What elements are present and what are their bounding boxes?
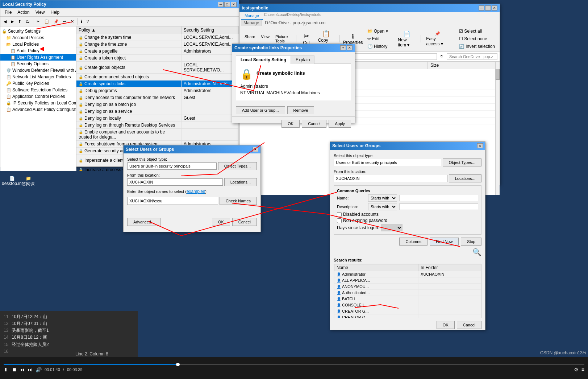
vc-settings-btn[interactable]: ⚙ [574, 367, 579, 372]
tb-back[interactable]: ◀ [2, 18, 8, 25]
sidebar-item-advanced-audit[interactable]: 📋 Advanced Audit Policy Configuration [0, 106, 76, 113]
sul-locations-btn[interactable]: Locations... [449, 174, 481, 182]
policy-row[interactable]: 🔒Debug programsAdministrators [76, 87, 239, 94]
symlink-close-btn[interactable]: ✕ [347, 45, 353, 50]
sidebar-item-network-list[interactable]: 📋 Network List Manager Policies [0, 74, 76, 80]
tb-show-hide[interactable]: 🗂 [24, 18, 32, 25]
menu-view[interactable]: View [33, 9, 48, 16]
edit-btn[interactable]: ✏ Edit [366, 35, 390, 42]
tb-up[interactable]: ⬆ [16, 18, 23, 25]
audio-btn[interactable]: 🔊 [36, 367, 42, 372]
menu-action[interactable]: Action [14, 9, 32, 16]
menu-file[interactable]: File [2, 9, 14, 16]
sul-col-name[interactable]: Name [334, 264, 418, 271]
sus-location-input[interactable] [127, 178, 223, 186]
select-none-btn[interactable]: ☐ Select none [457, 35, 497, 42]
policy-row[interactable]: 🔒Create a pagefileAdministrators [76, 48, 239, 55]
tb-props[interactable]: ℹ [79, 18, 84, 25]
tb-forward[interactable]: ▶ [9, 18, 16, 25]
sidebar-item-security[interactable]: 🔒 Security Settings [0, 28, 76, 34]
sul-object-type-input[interactable] [334, 159, 441, 166]
policy-row[interactable]: 🔒Create a token object [76, 55, 239, 62]
explorer-close-btn[interactable]: ✕ [492, 5, 497, 11]
sus-examples-link[interactable]: examples [187, 189, 205, 194]
tb-undo[interactable]: ↩ [61, 18, 68, 25]
sul-nonexpiring-check[interactable] [337, 218, 342, 223]
policy-row[interactable]: 🔒Deny log on as a service [76, 108, 239, 115]
policy-row[interactable]: 🔒Deny log on locallyGuest [76, 115, 239, 122]
sul-name-input[interactable] [399, 195, 478, 201]
tab-view[interactable]: View [259, 34, 272, 44]
sul-find-now-btn[interactable]: Find Now [430, 238, 459, 246]
file-col-size[interactable]: Size [427, 62, 495, 69]
ribbon-tab-manage[interactable]: Manage [241, 12, 263, 20]
result-row[interactable]: 👤Authenticated... [334, 290, 481, 296]
sidebar-item-ipsec[interactable]: 🔒 IP Security Policies on Local Compute.… [0, 100, 76, 106]
sidebar-item-local-policies[interactable]: 📂 Local Policies [0, 41, 76, 48]
result-row[interactable]: 👤BATCH [334, 296, 481, 302]
progress-thumb[interactable] [176, 363, 180, 366]
explorer-maximize-btn[interactable]: □ [485, 5, 491, 11]
sul-stop-btn[interactable]: Stop [461, 238, 481, 246]
policy-row[interactable]: 🔒Deny log on through Remote Desktop Serv… [76, 122, 239, 129]
answer-icon-item[interactable]: 📁 答网课 [22, 176, 35, 187]
tb-copy[interactable]: 📋 [42, 18, 51, 25]
sul-object-types-btn[interactable]: Object Types... [443, 158, 481, 166]
pause-btn[interactable]: ⏸ [4, 367, 9, 372]
sul-desc-filter[interactable]: Starts with Is (exactly) [368, 203, 397, 210]
sul-cancel-btn[interactable]: Cancel [457, 321, 481, 329]
sus-close-btn[interactable]: ✕ [253, 147, 258, 152]
tb-help[interactable]: ? [85, 18, 91, 25]
policy-row[interactable]: 🔒Change the system timeLOCAL SERVICE,Adm… [76, 34, 239, 41]
lsp-maximize-btn[interactable]: □ [224, 2, 230, 7]
add-user-btn[interactable]: Add User or Group... [236, 106, 285, 114]
sus-names-input[interactable] [127, 197, 218, 205]
sidebar-item-applocker[interactable]: 📋 Application Control Policies [0, 93, 76, 100]
policy-row[interactable]: 🔒Change the time zoneLOCAL SERVICE,Admi.… [76, 41, 239, 48]
symlink-tab-explain[interactable]: Explain [291, 55, 314, 64]
sidebar-item-defender[interactable]: 🛡️ Windows Defender Firewall with Adv... [0, 67, 76, 74]
symlink-apply-btn[interactable]: Apply [329, 120, 351, 128]
search-input[interactable] [447, 53, 497, 60]
sus-ok-btn[interactable]: OK [212, 218, 230, 226]
desktop-ini-icon[interactable]: 📄 desktop.ini [2, 176, 22, 186]
result-row[interactable]: 👤CREATOR O... [334, 314, 481, 318]
progress-track[interactable] [4, 364, 584, 365]
explorer-minimize-btn[interactable]: ─ [479, 5, 484, 11]
sidebar-item-account[interactable]: 📁 Account Policies [0, 34, 76, 41]
stop-btn[interactable]: ⏹ [12, 367, 17, 372]
sul-ok-btn[interactable]: OK [437, 321, 455, 329]
explorer-scrollbar[interactable] [495, 62, 500, 195]
sul-name-filter[interactable]: Starts with Is (exactly) [368, 194, 397, 202]
select-all-btn[interactable]: ☑ Select all [457, 28, 497, 35]
menu-help[interactable]: Help [48, 9, 63, 16]
tb-paste[interactable]: 📌 [52, 18, 61, 25]
sidebar-item-security-options[interactable]: 📋 Security Options [0, 61, 76, 67]
sus-locations-btn[interactable]: Locations... [224, 178, 257, 186]
sidebar-item-audit[interactable]: 📋 Audit Policy [0, 48, 76, 54]
sidebar-item-software[interactable]: 📋 Software Restriction Policies [0, 87, 76, 93]
result-row[interactable]: 👤CONSOLE L... [334, 302, 481, 308]
tab-share[interactable]: Share [242, 34, 257, 44]
sul-disabled-check[interactable] [337, 212, 342, 217]
sus-check-names-btn[interactable]: Check Names [220, 197, 257, 205]
lsp-minimize-btn[interactable]: ─ [218, 2, 224, 7]
col-policy[interactable]: Policy ▲ [76, 26, 181, 34]
policy-row[interactable]: 🔒Deny access to this computer from the n… [76, 94, 239, 101]
result-row[interactable]: 👤ANONYMOU... [334, 284, 481, 290]
history-btn[interactable]: 🕐 History [366, 43, 390, 50]
col-setting[interactable]: Security Setting [181, 26, 238, 34]
tab-picture-tools[interactable]: Picture Tools [273, 34, 290, 44]
tb-cut[interactable]: ✂ [35, 18, 42, 25]
result-row[interactable]: 👤CREATOR G... [334, 308, 481, 314]
sul-desc-input[interactable] [399, 203, 478, 210]
sus-cancel-btn[interactable]: Cancel [232, 218, 257, 226]
sul-close-btn[interactable]: ✕ [477, 143, 483, 148]
sus-object-type-input[interactable] [127, 162, 217, 170]
symlink-help-btn[interactable]: ? [340, 45, 346, 50]
vc-menu-btn[interactable]: ≡ [581, 367, 584, 372]
prev-btn[interactable]: ⏮ [20, 367, 25, 372]
sus-advanced-btn[interactable]: Advanced... [127, 218, 160, 226]
symlink-tab-local[interactable]: Local Security Setting [236, 55, 291, 64]
sul-columns-btn[interactable]: Columns [399, 238, 427, 246]
